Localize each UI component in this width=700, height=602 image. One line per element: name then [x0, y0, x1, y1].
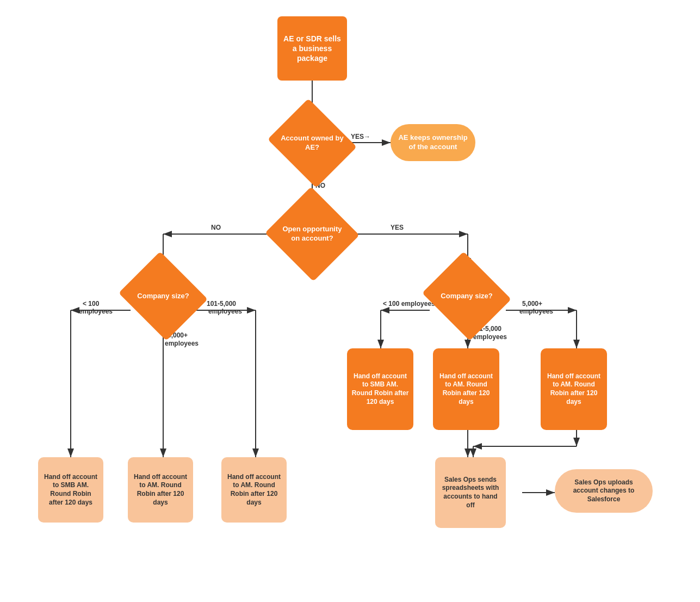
lt100-label-left2: employees — [79, 308, 113, 315]
right-am-large-node: Hand off account to AM. Round Robin afte… — [541, 348, 607, 430]
yes-label-q2: YES — [391, 224, 404, 231]
101-5000-label-left: 101-5,000 — [207, 300, 236, 308]
q3-left-diamond: Company size? — [129, 267, 197, 325]
left-smb-node: Hand off account to SMB AM. Round Robin … — [38, 457, 103, 523]
start-node: AE or SDR sells a business package — [277, 16, 347, 81]
no-label-q2: NO — [211, 224, 221, 231]
left-am-large-node: Hand off account to AM. Round Robin afte… — [221, 457, 287, 523]
5000plus-label-left2: employees — [165, 340, 199, 347]
q2-diamond: Open opportunity on account? — [278, 201, 346, 267]
101-5000-label-right2: employees — [473, 333, 507, 341]
lt100-label-right: < 100 employees — [383, 300, 435, 308]
ae-keeps-node: AE keeps ownership of the account — [391, 124, 475, 161]
yes-label-q1: YES→ — [351, 133, 370, 140]
5000plus-label-right2: employees — [519, 308, 553, 315]
sales-ops-node: Sales Ops sends spreadsheets with accoun… — [435, 457, 506, 528]
salesforce-node: Sales Ops uploads account changes to Sal… — [555, 469, 653, 513]
q3-right-diamond: Company size? — [433, 267, 500, 325]
right-am-mid-node: Hand off account to AM. Round Robin afte… — [433, 348, 499, 430]
5000plus-label-right: 5,000+ — [522, 300, 542, 308]
left-am-mid-node: Hand off account to AM. Round Robin afte… — [128, 457, 193, 523]
diagram: YES→ NO NO YES < 100 employees 5,000+ em… — [0, 0, 700, 602]
right-smb-node: Hand off account to SMB AM. Round Robin … — [347, 348, 413, 430]
q1-diamond: Account owned by AE? — [278, 114, 346, 172]
101-5000-label-left2: employees — [208, 308, 242, 315]
lt100-label-left: < 100 — [83, 300, 100, 308]
